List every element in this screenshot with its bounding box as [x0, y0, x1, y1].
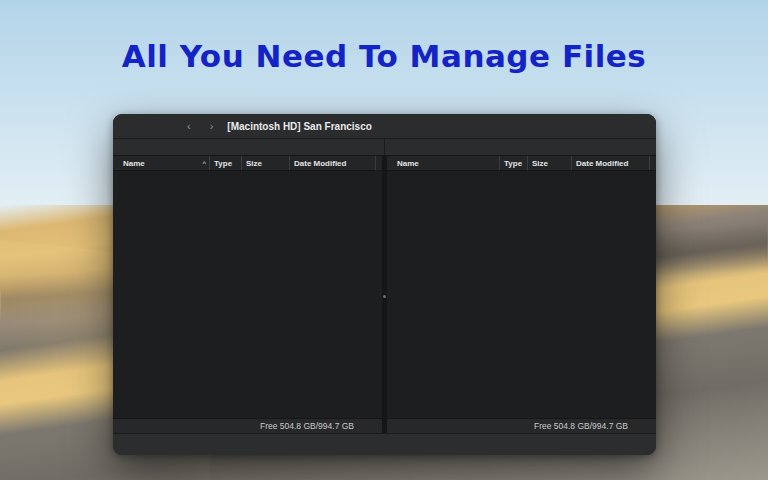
column-header-name[interactable]: Name: [387, 156, 499, 170]
marketing-headline: All You Need To Manage Files: [0, 38, 768, 74]
free-space-label: Free 504.8 GB/994.7 GB: [534, 421, 628, 431]
left-column-headers: Name ^ Type Size Date Modified: [113, 156, 382, 171]
splitter-handle-icon: [383, 295, 386, 298]
column-header-size[interactable]: Size: [241, 156, 289, 170]
column-header-date[interactable]: Date Modified: [289, 156, 376, 170]
column-header-name[interactable]: Name ^: [113, 156, 209, 170]
close-button[interactable]: [123, 122, 132, 131]
column-header-type[interactable]: Type: [499, 156, 527, 170]
free-space-label: Free 504.8 GB/994.7 GB: [260, 421, 354, 431]
right-pane: Name Type Size Date Modified Free 504.8 …: [387, 156, 656, 433]
file-manager-window: ‹ › [Macintosh HD] San Francisco Name ^ …: [113, 114, 656, 455]
zoom-button[interactable]: [155, 122, 164, 131]
right-pane-footer: Free 504.8 GB/994.7 GB: [387, 418, 656, 433]
forward-icon[interactable]: ›: [210, 121, 214, 132]
left-pane-footer: Free 504.8 GB/994.7 GB: [113, 418, 382, 433]
pane-splitter[interactable]: [382, 156, 387, 433]
dual-panes: Name ^ Type Size Date Modified Free 504.…: [113, 156, 656, 433]
window-title: [Macintosh HD] San Francisco: [227, 121, 371, 132]
function-key-bar: [113, 433, 656, 455]
column-header-date[interactable]: Date Modified: [571, 156, 650, 170]
minimize-button[interactable]: [139, 122, 148, 131]
title-bar: ‹ › [Macintosh HD] San Francisco: [113, 114, 656, 139]
sort-ascending-icon: ^: [202, 160, 206, 166]
column-header-size[interactable]: Size: [527, 156, 571, 170]
traffic-lights: [123, 122, 164, 131]
left-pane: Name ^ Type Size Date Modified Free 504.…: [113, 156, 382, 433]
left-file-list: [113, 171, 382, 418]
breadcrumb-row: [113, 139, 656, 156]
breadcrumb-right: [385, 139, 657, 155]
back-icon[interactable]: ‹: [187, 121, 191, 132]
right-file-list: [387, 171, 656, 418]
column-header-type[interactable]: Type: [209, 156, 241, 170]
breadcrumb-left: [113, 139, 385, 155]
right-column-headers: Name Type Size Date Modified: [387, 156, 656, 171]
